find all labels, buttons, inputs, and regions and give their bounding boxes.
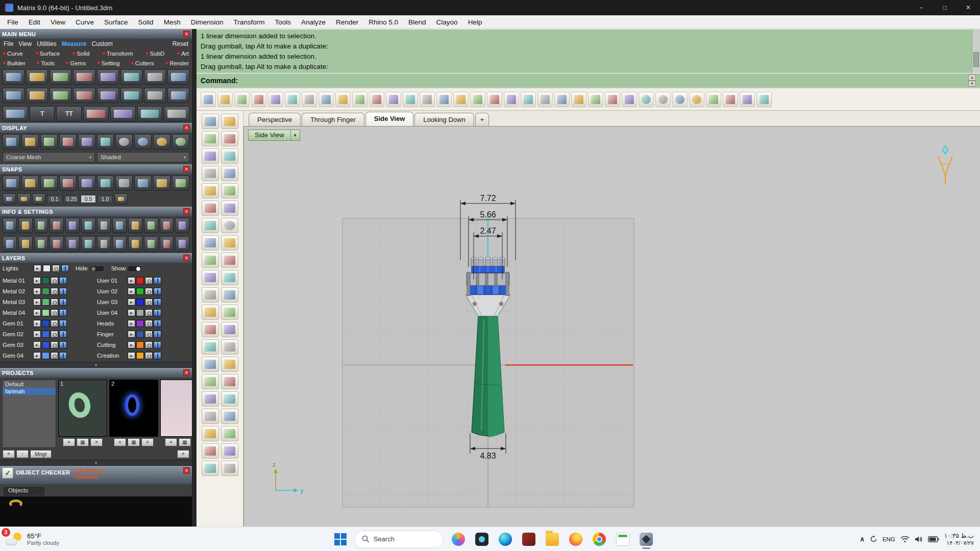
- layer-expand-icon[interactable]: ▸: [33, 352, 41, 359]
- zoom-extents-icon[interactable]: [436, 92, 452, 107]
- layer-color-swatch[interactable]: [136, 277, 144, 284]
- hatch-icon[interactable]: [73, 88, 95, 103]
- layer-row-gem-04[interactable]: Gem 04▸: [2, 350, 96, 361]
- layer-row-metal-02[interactable]: Metal 02▸: [2, 286, 96, 296]
- text-single-icon[interactable]: T: [30, 106, 55, 121]
- copilot-app-icon[interactable]: [449, 530, 468, 549]
- project-add-button[interactable]: +: [3, 450, 15, 458]
- layer-row-gem-03[interactable]: Gem 03▸: [2, 339, 96, 350]
- distance-query-icon[interactable]: [34, 218, 48, 233]
- layer-color-swatch[interactable]: [136, 320, 144, 327]
- layer-material-icon[interactable]: [59, 320, 67, 327]
- environment-sphere-icon[interactable]: [655, 92, 671, 107]
- polar-array-icon[interactable]: [202, 391, 219, 407]
- snap-quadrant-icon[interactable]: [153, 176, 170, 191]
- history-panel-icon[interactable]: [175, 236, 189, 252]
- layer-material-icon[interactable]: [59, 331, 67, 338]
- named-cplanes-icon[interactable]: [144, 218, 158, 233]
- layer-row-gem-01[interactable]: Gem 01▸: [2, 318, 96, 329]
- box-tool-icon[interactable]: [202, 218, 219, 233]
- tray-chevron-icon[interactable]: ∧: [860, 535, 865, 543]
- menu-file[interactable]: File: [2, 16, 23, 28]
- side-view-scene[interactable]: 7.72 5.66 2.47: [244, 127, 980, 527]
- layer-material-icon[interactable]: [59, 298, 67, 306]
- undo-icon[interactable]: [335, 92, 351, 107]
- material-gold-icon[interactable]: [160, 236, 174, 252]
- start-button[interactable]: [332, 531, 349, 548]
- boolean-difference-icon[interactable]: [221, 409, 238, 424]
- layer-color-swatch[interactable]: [42, 288, 50, 295]
- layer-color-swatch[interactable]: [42, 352, 50, 359]
- layer-material-icon[interactable]: [154, 352, 161, 359]
- slot-library-icon[interactable]: ▦: [128, 438, 140, 446]
- layer-material-icon[interactable]: [154, 309, 161, 316]
- radial-dim-icon[interactable]: [120, 69, 142, 85]
- select-pointer-icon[interactable]: [202, 114, 219, 129]
- arc-tool-icon[interactable]: [221, 148, 238, 164]
- torus-tool-icon[interactable]: [221, 235, 238, 251]
- snap-settings-icon[interactable]: [114, 193, 128, 205]
- length-measure-icon[interactable]: [144, 88, 166, 103]
- layer-material-icon[interactable]: [59, 277, 67, 284]
- leader-icon[interactable]: [3, 88, 24, 103]
- show-toggle[interactable]: [127, 265, 142, 272]
- sun-study-icon[interactable]: [128, 218, 142, 233]
- close-icon[interactable]: ×: [183, 369, 190, 376]
- main-menu-tab-surface[interactable]: Surface: [36, 51, 60, 57]
- layer-expand-icon[interactable]: ▸: [33, 298, 41, 306]
- notes-app-icon[interactable]: [613, 530, 632, 549]
- gem-preview-icon[interactable]: [153, 134, 170, 149]
- menu-tools[interactable]: Tools: [270, 16, 296, 28]
- layer-lock-icon[interactable]: [51, 309, 58, 316]
- layer-material-icon[interactable]: [59, 309, 67, 316]
- layer-row-user-02[interactable]: User 02▸: [96, 286, 190, 296]
- layer-color-swatch[interactable]: [42, 277, 50, 284]
- layer-lock-icon[interactable]: [145, 298, 153, 306]
- slot-delete-icon[interactable]: ×: [90, 438, 103, 446]
- layer-row-metal-04[interactable]: Metal 04▸: [2, 307, 96, 318]
- firefox-browser-icon[interactable]: [566, 530, 585, 549]
- viewport-layout-icon[interactable]: [175, 218, 189, 233]
- rectangle-tool-icon[interactable]: [221, 166, 238, 181]
- volume-icon[interactable]: [915, 536, 923, 543]
- command-line[interactable]: Command: ▴▾: [197, 73, 980, 88]
- main-menu-tab-art[interactable]: Art: [177, 51, 189, 57]
- scrollbar-thumb[interactable]: [973, 52, 979, 67]
- layer-lock-icon[interactable]: [145, 352, 153, 359]
- planar-icon[interactable]: [32, 193, 45, 205]
- pipe-tool-icon[interactable]: [202, 305, 219, 320]
- close-icon[interactable]: ×: [183, 467, 190, 474]
- distance-eval-icon[interactable]: [83, 106, 109, 121]
- slot-add-icon[interactable]: +: [165, 438, 177, 446]
- snap-end-icon[interactable]: [3, 176, 20, 191]
- metal-preview-icon[interactable]: [115, 134, 133, 149]
- spinner-up-icon[interactable]: ▴: [968, 74, 976, 81]
- layer-lock-icon[interactable]: [51, 298, 58, 306]
- menu-solid[interactable]: Solid: [133, 16, 159, 28]
- circle-tool-icon[interactable]: [202, 148, 219, 164]
- ortho-icon[interactable]: [17, 193, 31, 205]
- menu-mesh[interactable]: Mesh: [159, 16, 186, 28]
- command-spinner[interactable]: ▴▾: [968, 74, 976, 87]
- slot-add-icon[interactable]: +: [114, 438, 126, 446]
- layer-lock-icon[interactable]: [51, 331, 58, 338]
- main-menu-tab-curve[interactable]: Curve: [3, 51, 23, 57]
- linear-array-icon[interactable]: [221, 391, 238, 407]
- layer-material-icon[interactable]: [154, 288, 161, 295]
- flat-shade-mode-icon[interactable]: [97, 134, 114, 149]
- spinner-down-icon[interactable]: ▾: [968, 81, 976, 87]
- ordinate-dim-icon[interactable]: [73, 69, 95, 85]
- layer-material-icon[interactable]: [59, 288, 67, 295]
- layer-expand-icon[interactable]: ▸: [128, 341, 135, 348]
- layer-color-swatch[interactable]: [136, 341, 144, 348]
- point-cloud-icon[interactable]: [554, 92, 570, 107]
- menu-transform[interactable]: Transform: [228, 16, 270, 28]
- save-file-icon[interactable]: [234, 92, 250, 107]
- zoom-window-icon[interactable]: [403, 92, 418, 107]
- named-views-icon[interactable]: [470, 92, 485, 107]
- lights-expand-icon[interactable]: ▸: [34, 265, 41, 272]
- pattern-dot-icon[interactable]: [221, 426, 238, 441]
- layer-color-swatch[interactable]: [136, 288, 144, 295]
- diameter-dim-icon[interactable]: [144, 69, 166, 85]
- weather-widget[interactable]: 3 65°F Partly cloudy: [0, 532, 128, 547]
